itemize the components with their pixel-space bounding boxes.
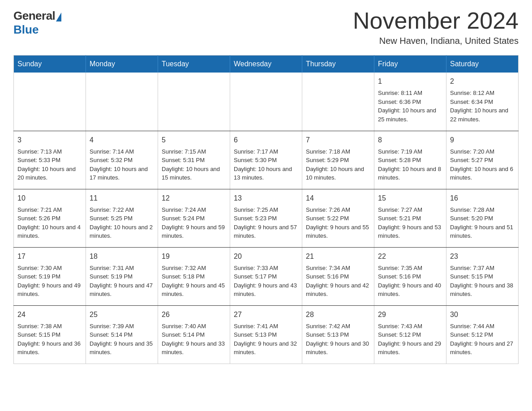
- calendar-cell: 27Sunrise: 7:41 AM Sunset: 5:13 PM Dayli…: [230, 305, 302, 364]
- day-number: 5: [162, 135, 226, 146]
- calendar-cell: [86, 73, 158, 131]
- day-info: Sunrise: 7:34 AM Sunset: 5:16 PM Dayligh…: [306, 264, 370, 299]
- page-header: General Blue November 2024 New Haven, In…: [13, 9, 519, 46]
- day-info: Sunrise: 7:43 AM Sunset: 5:12 PM Dayligh…: [378, 322, 442, 357]
- calendar-cell: 22Sunrise: 7:35 AM Sunset: 5:16 PM Dayli…: [374, 247, 446, 305]
- logo-general-text: General: [13, 9, 55, 23]
- day-info: Sunrise: 7:24 AM Sunset: 5:24 PM Dayligh…: [162, 206, 226, 240]
- calendar-cell: 30Sunrise: 7:44 AM Sunset: 5:12 PM Dayli…: [446, 305, 519, 364]
- day-number: 22: [378, 251, 442, 262]
- day-number: 2: [450, 76, 515, 87]
- day-number: 25: [90, 309, 154, 320]
- day-info: Sunrise: 7:42 AM Sunset: 5:13 PM Dayligh…: [306, 322, 370, 357]
- day-number: 10: [17, 193, 82, 204]
- calendar-header-sunday: Sunday: [14, 56, 86, 73]
- day-number: 11: [90, 193, 154, 204]
- calendar-table: SundayMondayTuesdayWednesdayThursdayFrid…: [13, 55, 519, 364]
- day-info: Sunrise: 8:11 AM Sunset: 6:36 PM Dayligh…: [378, 89, 442, 124]
- day-number: 8: [378, 135, 442, 146]
- calendar-cell: 6Sunrise: 7:17 AM Sunset: 5:30 PM Daylig…: [230, 131, 302, 189]
- calendar-week-2: 3Sunrise: 7:13 AM Sunset: 5:33 PM Daylig…: [14, 131, 519, 189]
- calendar-cell: [302, 73, 374, 131]
- day-number: 17: [17, 251, 82, 262]
- day-info: Sunrise: 7:27 AM Sunset: 5:21 PM Dayligh…: [378, 206, 442, 240]
- calendar-cell: 17Sunrise: 7:30 AM Sunset: 5:19 PM Dayli…: [14, 247, 86, 305]
- day-number: 6: [234, 135, 298, 146]
- day-info: Sunrise: 7:15 AM Sunset: 5:31 PM Dayligh…: [162, 147, 226, 182]
- day-info: Sunrise: 7:17 AM Sunset: 5:30 PM Dayligh…: [234, 147, 298, 182]
- calendar-cell: 16Sunrise: 7:28 AM Sunset: 5:20 PM Dayli…: [446, 189, 519, 247]
- day-info: Sunrise: 7:38 AM Sunset: 5:15 PM Dayligh…: [17, 322, 82, 357]
- calendar-cell: 1Sunrise: 8:11 AM Sunset: 6:36 PM Daylig…: [374, 73, 446, 131]
- day-number: 30: [450, 309, 515, 320]
- location-title: New Haven, Indiana, United States: [353, 36, 519, 46]
- calendar-header-saturday: Saturday: [446, 56, 519, 73]
- calendar-cell: 24Sunrise: 7:38 AM Sunset: 5:15 PM Dayli…: [14, 305, 86, 364]
- day-number: 4: [90, 135, 154, 146]
- day-info: Sunrise: 7:20 AM Sunset: 5:27 PM Dayligh…: [450, 147, 515, 182]
- logo-triangle-icon: [56, 13, 61, 21]
- day-info: Sunrise: 7:39 AM Sunset: 5:14 PM Dayligh…: [90, 322, 154, 357]
- calendar-cell: 3Sunrise: 7:13 AM Sunset: 5:33 PM Daylig…: [14, 131, 86, 189]
- day-number: 14: [306, 193, 370, 204]
- calendar-cell: 29Sunrise: 7:43 AM Sunset: 5:12 PM Dayli…: [374, 305, 446, 364]
- calendar-week-5: 24Sunrise: 7:38 AM Sunset: 5:15 PM Dayli…: [14, 305, 519, 364]
- calendar-week-4: 17Sunrise: 7:30 AM Sunset: 5:19 PM Dayli…: [14, 247, 519, 305]
- calendar-cell: [158, 73, 230, 131]
- day-number: 29: [378, 309, 442, 320]
- day-number: 19: [162, 251, 226, 262]
- calendar-cell: 2Sunrise: 8:12 AM Sunset: 6:34 PM Daylig…: [446, 73, 519, 131]
- day-number: 9: [450, 135, 515, 146]
- calendar-cell: 5Sunrise: 7:15 AM Sunset: 5:31 PM Daylig…: [158, 131, 230, 189]
- calendar-header-thursday: Thursday: [302, 56, 374, 73]
- calendar-cell: 26Sunrise: 7:40 AM Sunset: 5:14 PM Dayli…: [158, 305, 230, 364]
- calendar-header-tuesday: Tuesday: [158, 56, 230, 73]
- calendar-header-row: SundayMondayTuesdayWednesdayThursdayFrid…: [14, 56, 519, 73]
- logo-blue-text: Blue: [13, 23, 39, 37]
- calendar-header-monday: Monday: [86, 56, 158, 73]
- calendar-cell: 28Sunrise: 7:42 AM Sunset: 5:13 PM Dayli…: [302, 305, 374, 364]
- day-info: Sunrise: 7:41 AM Sunset: 5:13 PM Dayligh…: [234, 322, 298, 357]
- calendar-cell: 19Sunrise: 7:32 AM Sunset: 5:18 PM Dayli…: [158, 247, 230, 305]
- day-info: Sunrise: 7:18 AM Sunset: 5:29 PM Dayligh…: [306, 147, 370, 182]
- day-number: 13: [234, 193, 298, 204]
- calendar-header-friday: Friday: [374, 56, 446, 73]
- day-info: Sunrise: 8:12 AM Sunset: 6:34 PM Dayligh…: [450, 89, 515, 124]
- calendar-header-wednesday: Wednesday: [230, 56, 302, 73]
- day-info: Sunrise: 7:26 AM Sunset: 5:22 PM Dayligh…: [306, 206, 370, 240]
- month-title: November 2024: [353, 9, 519, 32]
- day-number: 16: [450, 193, 515, 204]
- calendar-cell: [230, 73, 302, 131]
- calendar-cell: 20Sunrise: 7:33 AM Sunset: 5:17 PM Dayli…: [230, 247, 302, 305]
- calendar-cell: [14, 73, 86, 131]
- calendar-cell: 10Sunrise: 7:21 AM Sunset: 5:26 PM Dayli…: [14, 189, 86, 247]
- day-number: 21: [306, 251, 370, 262]
- calendar-cell: 25Sunrise: 7:39 AM Sunset: 5:14 PM Dayli…: [86, 305, 158, 364]
- day-info: Sunrise: 7:31 AM Sunset: 5:19 PM Dayligh…: [90, 264, 154, 299]
- day-info: Sunrise: 7:28 AM Sunset: 5:20 PM Dayligh…: [450, 206, 515, 240]
- calendar-cell: 15Sunrise: 7:27 AM Sunset: 5:21 PM Dayli…: [374, 189, 446, 247]
- day-info: Sunrise: 7:25 AM Sunset: 5:23 PM Dayligh…: [234, 206, 298, 240]
- day-number: 3: [17, 135, 82, 146]
- calendar-cell: 14Sunrise: 7:26 AM Sunset: 5:22 PM Dayli…: [302, 189, 374, 247]
- calendar-cell: 4Sunrise: 7:14 AM Sunset: 5:32 PM Daylig…: [86, 131, 158, 189]
- day-number: 12: [162, 193, 226, 204]
- day-number: 27: [234, 309, 298, 320]
- day-number: 1: [378, 76, 442, 87]
- day-number: 24: [17, 309, 82, 320]
- calendar-cell: 23Sunrise: 7:37 AM Sunset: 5:15 PM Dayli…: [446, 247, 519, 305]
- day-info: Sunrise: 7:44 AM Sunset: 5:12 PM Dayligh…: [450, 322, 515, 357]
- day-info: Sunrise: 7:37 AM Sunset: 5:15 PM Dayligh…: [450, 264, 515, 299]
- day-number: 26: [162, 309, 226, 320]
- day-info: Sunrise: 7:13 AM Sunset: 5:33 PM Dayligh…: [17, 147, 82, 182]
- day-info: Sunrise: 7:30 AM Sunset: 5:19 PM Dayligh…: [17, 264, 82, 299]
- day-number: 28: [306, 309, 370, 320]
- title-section: November 2024 New Haven, Indiana, United…: [353, 9, 519, 46]
- calendar-cell: 13Sunrise: 7:25 AM Sunset: 5:23 PM Dayli…: [230, 189, 302, 247]
- calendar-cell: 18Sunrise: 7:31 AM Sunset: 5:19 PM Dayli…: [86, 247, 158, 305]
- day-info: Sunrise: 7:33 AM Sunset: 5:17 PM Dayligh…: [234, 264, 298, 299]
- day-info: Sunrise: 7:35 AM Sunset: 5:16 PM Dayligh…: [378, 264, 442, 299]
- calendar-cell: 7Sunrise: 7:18 AM Sunset: 5:29 PM Daylig…: [302, 131, 374, 189]
- day-number: 20: [234, 251, 298, 262]
- day-number: 7: [306, 135, 370, 146]
